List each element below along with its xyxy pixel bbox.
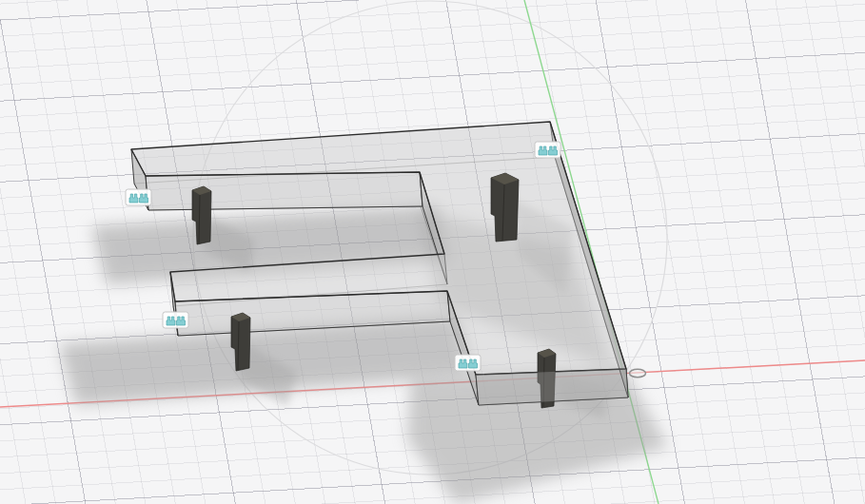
- joint-marker-1[interactable]: [126, 189, 151, 205]
- joint-marker-3[interactable]: [163, 312, 188, 328]
- origin-point-indicator[interactable]: [630, 369, 646, 377]
- joint-marker-2[interactable]: [535, 142, 560, 158]
- joint-marker-badge[interactable]: [163, 312, 188, 328]
- joint-marker-badge[interactable]: [455, 355, 481, 371]
- joint-marker-badge[interactable]: [535, 142, 560, 158]
- model-scene: [0, 0, 865, 504]
- cad-viewport[interactable]: [0, 0, 865, 504]
- joint-marker-badge[interactable]: [126, 189, 151, 205]
- peg-2[interactable]: [491, 173, 519, 242]
- joint-marker-4[interactable]: [455, 355, 481, 371]
- plate-face-bar1-front[interactable]: [146, 172, 423, 210]
